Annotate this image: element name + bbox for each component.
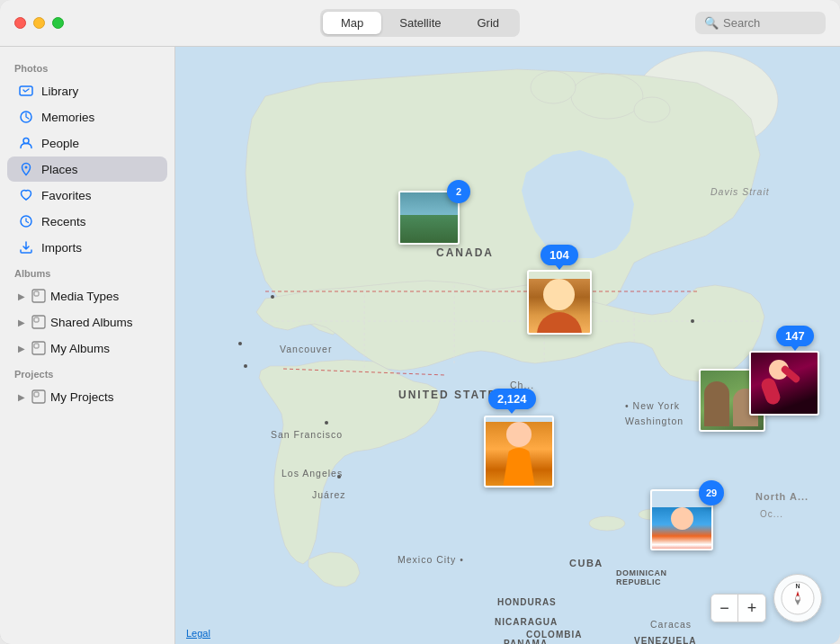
sidebar-item-shared-albums-label: Shared Albums: [50, 316, 133, 329]
places-icon: [18, 161, 34, 177]
legal-link[interactable]: Legal: [186, 628, 210, 639]
search-bar[interactable]: 🔍: [695, 12, 826, 34]
memories-icon: [18, 109, 34, 125]
svg-point-27: [271, 295, 274, 299]
zoom-controls: − +: [710, 594, 766, 622]
sidebar-item-imports[interactable]: Imports: [7, 235, 167, 260]
cluster-104[interactable]: 104: [541, 245, 578, 265]
count-badge-104: 104: [541, 245, 578, 265]
recents-icon: [18, 213, 34, 229]
map-area[interactable]: CANADA UNITED STATES Davis Strait Vancou…: [175, 47, 840, 644]
chevron-right-icon-4: ▶: [18, 392, 25, 402]
svg-rect-12: [34, 392, 39, 397]
cluster-147[interactable]: 147: [776, 326, 814, 346]
svg-rect-8: [34, 318, 39, 322]
svg-point-32: [325, 421, 328, 425]
svg-point-19: [634, 97, 670, 122]
close-button[interactable]: [14, 17, 26, 29]
my-albums-icon: [31, 340, 47, 356]
sidebar-item-places[interactable]: Places: [7, 157, 167, 182]
favorites-icon: [18, 187, 34, 203]
sidebar-item-favorites[interactable]: Favorites: [7, 183, 167, 208]
view-tab-group: Map Satellite Grid: [320, 9, 520, 37]
svg-point-18: [531, 71, 576, 103]
sidebar-item-recents-label: Recents: [41, 215, 86, 228]
minimize-button[interactable]: [33, 17, 45, 29]
zoom-out-button[interactable]: −: [711, 595, 738, 622]
svg-point-29: [244, 364, 247, 368]
chevron-right-icon-2: ▶: [18, 318, 25, 327]
svg-text:N: N: [795, 583, 800, 589]
sidebar-section-albums: Albums: [0, 261, 174, 282]
sidebar-item-recents[interactable]: Recents: [7, 209, 167, 234]
svg-point-3: [25, 166, 28, 169]
svg-rect-6: [34, 291, 39, 296]
people-icon: [18, 135, 34, 151]
sidebar-item-media-types-label: Media Types: [50, 290, 119, 303]
count-badge-29: 29: [699, 480, 724, 505]
maximize-button[interactable]: [52, 17, 64, 29]
library-icon: [18, 83, 34, 99]
sidebar-item-memories[interactable]: Memories: [7, 104, 167, 130]
svg-point-28: [238, 342, 242, 345]
count-badge-2: 2: [447, 180, 470, 203]
sidebar-item-people[interactable]: People: [7, 130, 167, 156]
chevron-right-icon: ▶: [18, 291, 25, 301]
compass[interactable]: N: [773, 574, 822, 622]
imports-icon: [18, 239, 34, 255]
grid-tab[interactable]: Grid: [459, 12, 517, 34]
chevron-right-icon-3: ▶: [18, 344, 25, 353]
svg-point-31: [337, 475, 341, 479]
satellite-tab[interactable]: Satellite: [381, 12, 459, 34]
search-icon: 🔍: [704, 16, 719, 30]
sidebar-item-favorites-label: Favorites: [41, 189, 92, 202]
svg-point-38: [796, 596, 800, 601]
shared-albums-icon: [31, 314, 47, 330]
sidebar-item-my-albums-label: My Albums: [50, 342, 110, 355]
search-input[interactable]: [723, 16, 813, 30]
sidebar: Photos Library Memories: [0, 47, 175, 644]
my-projects-icon: [31, 389, 47, 405]
sidebar-item-shared-albums[interactable]: ▶ Shared Albums: [7, 309, 167, 335]
sidebar-item-places-label: Places: [41, 163, 78, 176]
count-badge-2124: 2,124: [488, 389, 536, 409]
app-window: Map Satellite Grid 🔍 Photos Library: [0, 0, 840, 644]
cluster-2[interactable]: 2: [398, 191, 461, 246]
svg-point-17: [571, 74, 643, 119]
media-types-icon: [31, 288, 47, 304]
sidebar-section-projects: Projects: [0, 362, 174, 383]
titlebar: Map Satellite Grid 🔍: [0, 0, 840, 47]
svg-rect-10: [34, 344, 39, 348]
main-content: Photos Library Memories: [0, 47, 840, 644]
traffic-lights: [14, 17, 64, 29]
sidebar-item-library[interactable]: Library: [7, 78, 167, 103]
sidebar-item-imports-label: Imports: [41, 241, 82, 255]
sidebar-item-memories-label: Memories: [41, 111, 94, 124]
cluster-29[interactable]: 29: [650, 489, 715, 554]
zoom-in-button[interactable]: +: [738, 595, 765, 622]
sidebar-section-photos: Photos: [0, 56, 174, 77]
sidebar-item-people-label: People: [41, 137, 79, 150]
sidebar-item-my-albums[interactable]: ▶ My Albums: [7, 335, 167, 361]
sidebar-item-media-types[interactable]: ▶ Media Types: [7, 283, 167, 309]
cluster-2124[interactable]: 2,124: [488, 389, 536, 409]
svg-point-15: [589, 516, 625, 531]
sidebar-item-library-label: Library: [41, 85, 78, 98]
map-tab[interactable]: Map: [323, 12, 381, 34]
svg-point-2: [23, 139, 29, 144]
sidebar-item-my-projects[interactable]: ▶ My Projects: [7, 384, 167, 409]
svg-point-30: [691, 319, 694, 323]
sidebar-item-my-projects-label: My Projects: [50, 390, 114, 404]
count-badge-147: 147: [776, 326, 814, 346]
